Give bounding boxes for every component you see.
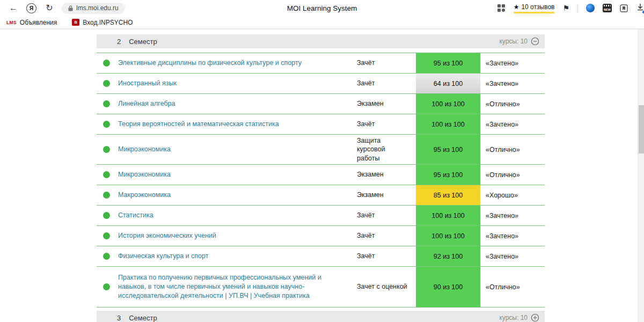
score-cell: 90 из 100 xyxy=(416,267,480,307)
reviews-badge[interactable]: ★ 10 отзывов xyxy=(514,3,555,13)
grade-label: «Отлично» xyxy=(480,146,545,153)
assessment-type: Зачёт xyxy=(357,79,416,87)
expand-icon[interactable] xyxy=(531,313,539,322)
address-bar[interactable]: lms.moi.edu.ru xyxy=(62,3,125,14)
semester-number: 2 xyxy=(117,38,121,46)
star-icon: ★ xyxy=(514,3,519,11)
course-link[interactable]: Микроэкономика xyxy=(118,167,357,182)
assessment-type: Экзамен xyxy=(357,170,416,179)
assessment-type: Экзамен xyxy=(357,99,416,108)
bookmarks-bar: LMS Объявления В Вход.INPSYCHO xyxy=(0,16,644,29)
grade-label: «Отлично» xyxy=(480,283,545,291)
assessment-type: Зачёт xyxy=(357,252,416,260)
table-row: История экономических учений Зачёт 100 и… xyxy=(97,226,545,246)
score-value: 90 из 100 xyxy=(434,283,463,291)
course-link[interactable]: Микроэкономика xyxy=(118,142,357,157)
score-value: 100 из 100 xyxy=(431,212,464,219)
course-link[interactable]: Практика по получению первичных професси… xyxy=(118,270,357,304)
course-link[interactable]: Физическая культура и спорт xyxy=(118,248,357,264)
table-row: Линейная алгебра Экзамен 100 из 100 «Отл… xyxy=(97,94,545,114)
grade-label: «Зачтено» xyxy=(480,232,545,240)
nav-group: ← Я ↻ xyxy=(8,3,55,13)
status-dot-icon xyxy=(103,121,110,128)
url-text: lms.moi.edu.ru xyxy=(76,4,119,12)
browser-window: ← Я ↻ lms.moi.edu.ru MOI Learning System… xyxy=(0,0,644,322)
score-cell: 100 из 100 xyxy=(416,114,480,134)
toolbar-divider xyxy=(577,4,578,12)
collapse-icon[interactable] xyxy=(531,37,539,46)
browser-toolbar: ← Я ↻ lms.moi.edu.ru MOI Learning System… xyxy=(0,0,644,16)
scrollbar-thumb[interactable] xyxy=(639,105,644,153)
score-cell: 100 из 100 xyxy=(416,206,480,225)
course-link[interactable]: Иностранный язык xyxy=(118,76,357,91)
score-cell: 100 из 100 xyxy=(416,94,480,114)
lock-icon xyxy=(68,5,73,11)
score-value: 100 из 100 xyxy=(431,100,464,108)
bookmark-item-inpsycho[interactable]: В Вход.INPSYCHO xyxy=(72,19,133,26)
course-link[interactable]: Элективные дисциплины по физической куль… xyxy=(118,55,357,71)
services-icon[interactable] xyxy=(497,4,506,12)
score-value: 95 из 100 xyxy=(434,171,463,179)
score-cell: 64 из 100 xyxy=(416,74,480,93)
grade-label: «Зачтено» xyxy=(480,60,545,67)
grade-label: «Хорошо» xyxy=(480,192,545,199)
back-icon[interactable]: ← xyxy=(8,4,19,12)
assessment-type: Зачёт xyxy=(357,58,416,67)
status-dot-icon xyxy=(103,171,110,178)
assessment-type: Зачёт xyxy=(357,211,416,219)
table-row: Статистика Зачёт 100 из 100 «Зачтено» xyxy=(97,206,545,226)
score-cell: 95 из 100 xyxy=(416,135,480,164)
score-value: 100 из 100 xyxy=(431,232,464,240)
score-value: 64 из 100 xyxy=(434,80,463,87)
score-value: 100 из 100 xyxy=(431,121,464,128)
course-link[interactable]: Макроэкономика xyxy=(118,187,357,203)
score-cell: 85 из 100 xyxy=(416,185,480,205)
refresh-icon[interactable]: ↻ xyxy=(43,4,55,12)
course-link[interactable]: Статистика xyxy=(118,208,357,223)
course-link[interactable]: Линейная алгебра xyxy=(118,96,357,112)
course-link[interactable]: История экономических учений xyxy=(118,228,357,244)
grades-table: 2 Семестр курсы: 10 Элективные дисциплин… xyxy=(97,29,545,322)
reviews-label: 10 отзывов xyxy=(521,3,554,11)
download-icon[interactable] xyxy=(636,3,644,13)
table-row: Иностранный язык Зачёт 64 из 100 «Зачтен… xyxy=(97,74,545,94)
table-row: Практика по получению первичных професси… xyxy=(97,267,545,308)
course-link[interactable]: Теория вероятностей и математическая ста… xyxy=(118,116,357,132)
collections-icon[interactable] xyxy=(620,4,628,12)
grade-label: «Отлично» xyxy=(480,171,545,179)
score-value: 92 из 100 xyxy=(434,253,463,260)
status-dot-icon xyxy=(103,212,110,219)
score-cell: 92 из 100 xyxy=(416,246,480,266)
download-badge xyxy=(642,10,644,14)
status-dot-icon xyxy=(103,253,110,260)
bookmark-flag-icon[interactable]: ⚑ xyxy=(562,4,569,12)
lms-favicon: LMS xyxy=(6,20,17,25)
grade-label: «Зачтено» xyxy=(480,212,545,219)
courses-count: курсы: 10 xyxy=(499,314,528,321)
score-cell: 100 из 100 xyxy=(416,226,480,246)
inpsycho-favicon: В xyxy=(72,19,79,26)
grade-label: «Зачтено» xyxy=(480,121,545,128)
score-value: 95 из 100 xyxy=(434,146,463,153)
extension-new-icon[interactable]: NEW xyxy=(603,4,612,12)
score-value: 95 из 100 xyxy=(434,60,463,67)
status-dot-icon xyxy=(103,192,110,199)
status-dot-icon xyxy=(103,80,110,87)
score-value: 85 из 100 xyxy=(434,192,463,199)
extension-browser-icon[interactable] xyxy=(586,4,595,12)
page-viewport: 2 Семестр курсы: 10 Элективные дисциплин… xyxy=(0,29,644,322)
table-row: Физическая культура и спорт Зачёт 92 из … xyxy=(97,246,545,267)
bookmark-label: Вход.INPSYCHO xyxy=(83,19,133,26)
toolbar-right: ★ 10 отзывов ⚑ NEW xyxy=(497,0,644,16)
bookmark-label: Объявления xyxy=(20,19,57,26)
table-row: Макроэкономика Экзамен 85 из 100 «Хорошо… xyxy=(97,185,545,206)
scrollbar-track[interactable] xyxy=(638,29,644,322)
assessment-type: Зачёт xyxy=(357,231,416,240)
semester-3-header: 3 Семестр курсы: 10 xyxy=(97,311,545,322)
semester-title: Семестр xyxy=(129,314,157,322)
grade-label: «Зачтено» xyxy=(480,80,545,87)
status-dot-icon xyxy=(103,100,110,107)
bookmark-item-announcements[interactable]: LMS Объявления xyxy=(6,19,57,26)
yandex-icon[interactable]: Я xyxy=(26,3,36,13)
assessment-type: Защита курсовой работы xyxy=(357,136,416,163)
